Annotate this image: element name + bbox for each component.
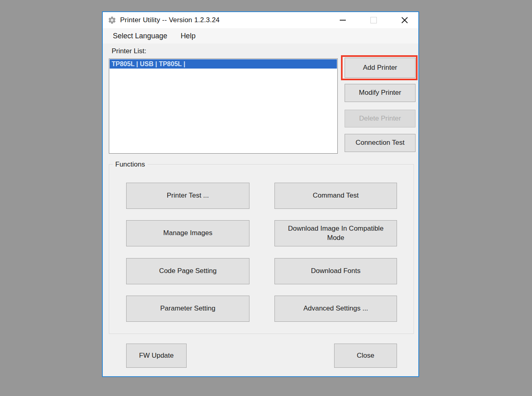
desktop-background: { "window": { "title": "Printer Utility …	[0, 0, 532, 396]
download-image-compatible-button[interactable]: Download Image In Compatible Mode	[274, 220, 397, 246]
close-icon	[400, 16, 409, 25]
window-title: Printer Utility -- Version 1.2.3.24	[120, 16, 220, 24]
download-fonts-button[interactable]: Download Fonts	[274, 258, 397, 284]
functions-groupbox-label: Functions	[113, 160, 148, 169]
maximize-button	[364, 12, 383, 28]
printer-utility-window: Printer Utility -- Version 1.2.3.24 Sele…	[102, 11, 419, 377]
command-test-button[interactable]: Command Test	[274, 183, 397, 209]
gear-icon	[108, 16, 116, 25]
list-item[interactable]: TP805L | USB | TP805L |	[110, 59, 337, 69]
connection-test-button[interactable]: Connection Test	[345, 134, 416, 152]
printer-test-button[interactable]: Printer Test ...	[126, 183, 249, 209]
manage-images-button[interactable]: Manage Images	[126, 220, 249, 246]
menu-item-select-language[interactable]: Select Language	[113, 32, 167, 40]
minimize-icon	[340, 20, 346, 21]
fw-update-button[interactable]: FW Update	[126, 344, 187, 368]
minimize-button[interactable]	[333, 12, 352, 28]
close-dialog-button[interactable]: Close	[334, 344, 397, 368]
parameter-setting-button[interactable]: Parameter Setting	[126, 296, 249, 322]
modify-printer-button[interactable]: Modify Printer	[345, 84, 416, 102]
printer-listbox[interactable]: TP805L | USB | TP805L |	[109, 58, 338, 154]
code-page-setting-button[interactable]: Code Page Setting	[126, 258, 249, 284]
printer-list-label: Printer List:	[112, 47, 146, 55]
title-bar[interactable]: Printer Utility -- Version 1.2.3.24	[103, 12, 418, 28]
add-printer-button[interactable]: Add Printer	[345, 58, 416, 78]
functions-groupbox: Functions Printer Test ... Command Test …	[109, 164, 414, 334]
maximize-icon	[370, 17, 377, 23]
menu-bar: Select Language Help	[103, 28, 418, 44]
delete-printer-button: Delete Printer	[345, 110, 416, 127]
menu-item-help[interactable]: Help	[181, 32, 195, 40]
close-button[interactable]	[395, 12, 414, 28]
advanced-settings-button[interactable]: Advanced Settings ...	[274, 296, 397, 322]
